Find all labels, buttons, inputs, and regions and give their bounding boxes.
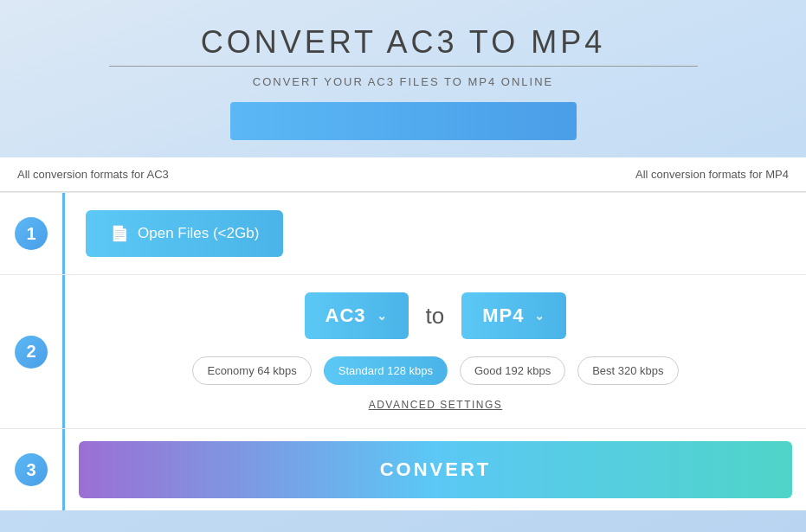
file-icon: 📄 <box>110 224 129 243</box>
quality-options-row: Economy 64 kbps Standard 128 kbps Good 1… <box>86 356 785 385</box>
step-2-row: 2 AC3 ⌄ to MP4 ⌄ Economy 64 kbps Standar… <box>0 274 806 428</box>
quality-good-button[interactable]: Good 192 kbps <box>460 356 565 385</box>
format-selector-row: AC3 ⌄ to MP4 ⌄ <box>86 292 785 339</box>
open-files-button[interactable]: 📄 Open Files (<2Gb) <box>86 210 283 257</box>
step-1-circle: 1 <box>15 217 48 250</box>
step-3-number-area: 3 <box>0 429 62 510</box>
from-format-chevron-icon: ⌄ <box>377 309 388 323</box>
tabs-bar: All conversion formats for AC3 All conve… <box>0 157 806 192</box>
from-format-dropdown[interactable]: AC3 ⌄ <box>305 292 409 339</box>
title-divider <box>109 66 698 67</box>
step-1-number-area: 1 <box>0 193 62 274</box>
upload-banner <box>230 102 577 140</box>
tab-ac3-formats[interactable]: All conversion formats for AC3 <box>17 168 169 181</box>
page-title: CONVERT AC3 TO MP4 <box>17 24 789 61</box>
quality-best-button[interactable]: Best 320 kbps <box>577 356 678 385</box>
main-content: 1 📄 Open Files (<2Gb) 2 AC3 ⌄ to MP4 ⌄ <box>0 192 806 510</box>
step-1-content: 📄 Open Files (<2Gb) <box>62 193 806 274</box>
advanced-settings-link[interactable]: ADVANCED SETTINGS <box>86 399 785 411</box>
step-3-row: 3 CONVERT <box>0 428 806 510</box>
to-format-chevron-icon: ⌄ <box>534 309 545 323</box>
step-2-number-area: 2 <box>0 275 62 428</box>
to-separator-label: to <box>426 303 445 330</box>
step-3-circle: 3 <box>15 453 48 486</box>
open-files-label: Open Files (<2Gb) <box>138 225 259 242</box>
to-format-dropdown[interactable]: MP4 ⌄ <box>461 292 566 339</box>
quality-economy-button[interactable]: Economy 64 kbps <box>192 356 311 385</box>
to-format-label: MP4 <box>482 304 524 327</box>
page-header: CONVERT AC3 TO MP4 CONVERT YOUR AC3 FILE… <box>0 0 806 149</box>
from-format-label: AC3 <box>326 304 366 327</box>
convert-button[interactable]: CONVERT <box>79 441 792 498</box>
tab-mp4-formats[interactable]: All conversion formats for MP4 <box>635 168 789 181</box>
page-subtitle: CONVERT YOUR AC3 FILES TO MP4 ONLINE <box>17 75 789 88</box>
step-3-content: CONVERT <box>62 429 806 510</box>
step-2-content: AC3 ⌄ to MP4 ⌄ Economy 64 kbps Standard … <box>62 275 806 428</box>
step-1-row: 1 📄 Open Files (<2Gb) <box>0 192 806 274</box>
step-2-circle: 2 <box>15 336 48 369</box>
quality-standard-button[interactable]: Standard 128 kbps <box>324 356 448 385</box>
